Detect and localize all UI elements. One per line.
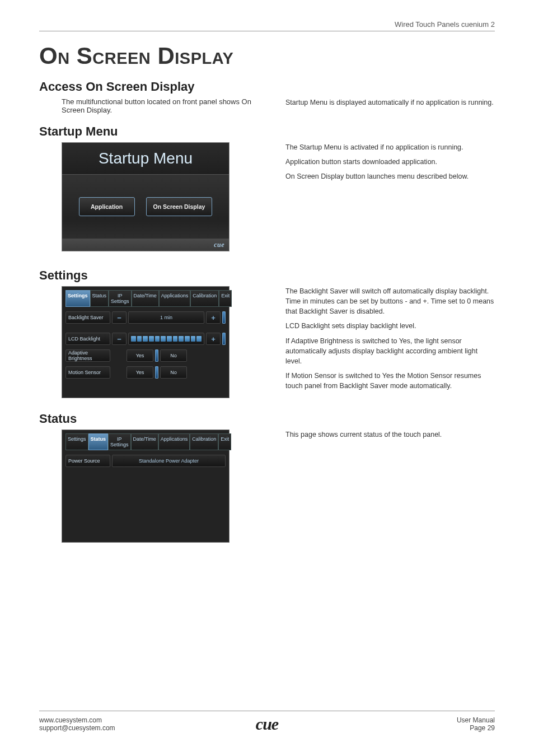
- bar-cell: [149, 336, 154, 342]
- bar-cell: [161, 336, 166, 342]
- tab-exit[interactable]: Exit: [219, 290, 232, 307]
- motion-yes-button[interactable]: Yes: [127, 366, 153, 379]
- tab-datetime[interactable]: Date/Time: [131, 433, 158, 450]
- section-status-heading: Status: [39, 412, 495, 426]
- bar-cell: [131, 336, 136, 342]
- settings-desc-3: If Motion Sensor is switched to Yes the …: [285, 371, 495, 391]
- lcd-backlight-plus-button[interactable]: +: [206, 333, 221, 345]
- tab-calibration[interactable]: Calibration: [190, 290, 219, 307]
- startup-desc-0: The Startup Menu is activated if no appl…: [285, 142, 495, 152]
- product-name: Wired Touch Panels cuenium 2: [395, 20, 495, 29]
- tab-datetime[interactable]: Date/Time: [132, 290, 159, 307]
- application-button[interactable]: Application: [79, 197, 135, 216]
- page-title: On Screen Display: [39, 43, 495, 69]
- lcd-backlight-indicator: [222, 333, 226, 345]
- bar-cell: [173, 336, 178, 342]
- page-footer: www.cuesystem.com support@cuesystem.com …: [39, 711, 495, 734]
- power-source-label: Power Source: [65, 455, 110, 467]
- access-right-text: Startup Menu is displayed automatically …: [285, 97, 495, 108]
- tab-status[interactable]: Status: [90, 290, 109, 307]
- tab-ipsettings[interactable]: IP Settings: [108, 433, 131, 450]
- status-desc: This page shows current status of the to…: [285, 430, 495, 440]
- bar-cell: [185, 336, 190, 342]
- bar-cell: [143, 336, 148, 342]
- backlight-saver-minus-button[interactable]: −: [112, 311, 127, 324]
- section-access-heading: Access On Screen Display: [39, 80, 495, 94]
- settings-panel: Settings Status IP Settings Date/Time Ap…: [62, 286, 229, 398]
- tab-calibration[interactable]: Calibration: [190, 433, 218, 450]
- adaptive-brightness-label: Adaptive Brightness: [65, 349, 110, 362]
- tab-status[interactable]: Status: [88, 433, 109, 450]
- settings-desc-0: The Backlight Saver will switch off auto…: [285, 286, 495, 316]
- motion-sensor-label: Motion Sensor: [65, 366, 110, 379]
- backlight-saver-value: 1 min: [128, 311, 204, 324]
- motion-indicator: [155, 366, 158, 379]
- spacer: [189, 366, 226, 379]
- osd-button[interactable]: On Screen Display: [146, 197, 213, 216]
- adaptive-indicator: [155, 349, 158, 362]
- bar-cell: [179, 336, 184, 342]
- spacer: [189, 349, 226, 362]
- tab-ipsettings[interactable]: IP Settings: [109, 290, 132, 307]
- cue-brand-mini: cue: [214, 241, 224, 249]
- access-left-text: The multifunctional button located on fr…: [62, 97, 263, 114]
- settings-desc-1: LCD Backlight sets display backlight lev…: [285, 321, 495, 331]
- startup-desc-1: Application button starts downloaded app…: [285, 157, 495, 167]
- status-panel: Settings Status IP Settings Date/Time Ap…: [62, 430, 229, 543]
- startup-panel-title: Startup Menu: [62, 143, 229, 175]
- adaptive-yes-button[interactable]: Yes: [127, 349, 153, 362]
- adaptive-no-button[interactable]: No: [160, 349, 187, 362]
- bar-cell: [137, 336, 142, 342]
- startup-panel-footer: cue: [62, 239, 229, 251]
- lcd-backlight-bar: [128, 333, 204, 345]
- status-tab-row: Settings Status IP Settings Date/Time Ap…: [65, 433, 226, 450]
- bar-cell: [155, 336, 160, 342]
- tab-settings[interactable]: Settings: [65, 290, 90, 307]
- page-header: Wired Touch Panels cuenium 2: [39, 20, 495, 31]
- tab-settings[interactable]: Settings: [65, 433, 88, 450]
- startup-desc-2: On Screen Display button launches menu d…: [285, 171, 495, 181]
- section-settings-heading: Settings: [39, 268, 495, 283]
- status-empty-area: [65, 472, 226, 539]
- tab-applications[interactable]: Applications: [159, 290, 191, 307]
- footer-email: support@cuesystem.com: [39, 724, 191, 732]
- bar-cell: [191, 336, 196, 342]
- power-source-value: Standalone Power Adapter: [112, 455, 226, 467]
- backlight-saver-plus-button[interactable]: +: [206, 311, 221, 324]
- backlight-saver-label: Backlight Saver: [65, 311, 110, 324]
- settings-desc-2: If Adaptive Brightness is switched to Ye…: [285, 336, 495, 366]
- lcd-backlight-minus-button[interactable]: −: [112, 333, 127, 345]
- motion-no-button[interactable]: No: [160, 366, 187, 379]
- settings-tab-row: Settings Status IP Settings Date/Time Ap…: [65, 290, 226, 307]
- bar-cell: [196, 336, 202, 342]
- bar-cell: [167, 336, 172, 342]
- tab-exit[interactable]: Exit: [218, 433, 231, 450]
- tab-applications[interactable]: Applications: [158, 433, 190, 450]
- section-startup-heading: Startup Menu: [39, 124, 495, 139]
- startup-menu-panel: Startup Menu Application On Screen Displ…: [62, 142, 229, 251]
- footer-site: www.cuesystem.com: [39, 716, 191, 724]
- backlight-saver-indicator: [222, 311, 226, 324]
- cue-logo: cue: [256, 715, 278, 733]
- footer-page: Page 29: [343, 724, 495, 732]
- footer-manual: User Manual: [343, 716, 495, 724]
- lcd-backlight-label: LCD Backlight: [65, 333, 110, 345]
